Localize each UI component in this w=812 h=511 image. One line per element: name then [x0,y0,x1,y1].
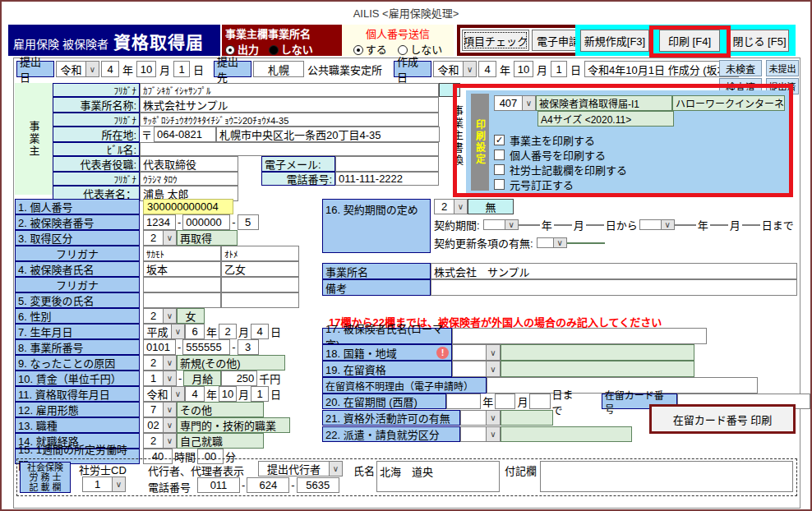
employer-rep-kana-input[interactable]: ｳﾗｼﾏ ﾀﾛｳ [140,172,238,186]
employer-name-kana-input[interactable]: ｶﾌﾞｼｷｶﾞｲｼｬｻﾝﾌﾟﾙ [140,83,439,97]
field16-to-month-input[interactable] [710,224,728,226]
field16-renew-combo[interactable]: ∨ [537,237,567,248]
field16-from-day-input[interactable] [586,224,604,226]
field7-year-input[interactable]: 6 [185,324,205,339]
created-note-field[interactable]: 令和4年10月1日 作成分 (坂本 乙女) [584,61,739,77]
sr-cd-combo[interactable]: 1∨ [82,476,126,492]
residence-card-print-button[interactable]: 在留カード番号 印刷 [649,404,796,434]
employer-email-input[interactable] [335,156,439,172]
print-employer-checkbox[interactable]: ✓ [494,135,505,145]
created-year-input[interactable]: 4 [478,61,496,77]
employer-name-input[interactable]: 株式会社サンプル [140,97,439,113]
field5-kana1-input[interactable] [143,277,221,292]
sr-tel3-input[interactable]: 5635 [297,477,339,493]
office-name-row-input[interactable]: 株式会社 サンプル [431,263,797,279]
field7-day-input[interactable]: 4 [251,324,269,339]
field22-text-field[interactable] [501,426,632,442]
print-form-size-field[interactable]: A4サイズ <2020.11> [537,111,674,127]
field21-combo[interactable]: ∨ [487,410,501,426]
created-era-combo[interactable]: 令和∨ [433,61,477,77]
field21-text-field[interactable] [501,410,553,426]
field16-code-combo[interactable]: 2∨ [434,199,468,214]
field19-text-field[interactable] [501,361,694,377]
field2-part1-input[interactable]: 1234 [143,214,176,230]
field2-part2-input[interactable]: 000000 [182,214,230,230]
field16-from-era-combo[interactable]: ∨ [483,219,519,230]
field3-text-field[interactable]: 再取得 [177,230,238,246]
field19-code-input[interactable] [452,361,487,377]
sr-tel2-input[interactable]: 624 [247,477,289,493]
field16-from-year-input[interactable] [519,224,540,226]
field13-code-combo[interactable]: 02∨ [143,417,177,433]
field11-era-combo[interactable]: 令和∨ [143,386,185,402]
field8-part1-input[interactable]: 0101 [143,339,176,355]
field10-amount-input[interactable]: 250 [221,371,257,386]
field11-day-input[interactable]: 1 [251,386,269,402]
field8-part3-input[interactable]: 3 [238,339,259,355]
field9-code-combo[interactable]: 2∨ [143,355,177,371]
field20-month-input[interactable] [495,394,515,409]
print-mynumber-checkbox[interactable] [494,150,505,160]
print-form-name-field[interactable]: 被保険者資格取得届-I1 [536,95,672,111]
field9-text-field[interactable]: 新規(その他) [177,355,285,371]
field13-text-field[interactable]: 専門的・技術的職業 [177,417,290,433]
field16-renew-field[interactable] [567,242,605,244]
field18-text-field[interactable] [501,344,694,361]
create-new-button[interactable]: 新規作成[F3] [580,30,649,52]
field16-to-day-input[interactable] [742,224,760,226]
field16-to-era-combo[interactable]: ∨ [639,219,675,230]
field4-name2-input[interactable]: 乙女 [221,261,299,277]
field16-to-year-input[interactable] [675,224,696,226]
employer-addr-input[interactable]: 札幌市中央区北一条西20丁目4-35 [216,127,440,142]
field11-year-input[interactable]: 4 [185,386,205,402]
employer-zip-input[interactable]: 064-0821 [154,127,216,142]
aux-small-field[interactable] [439,83,460,97]
field10-code-combo[interactable]: 1∨ [143,371,177,386]
close-button[interactable]: 閉じる [F5] [730,30,789,52]
submit-dest-input[interactable]: 札幌 [253,61,304,77]
field12-code-combo[interactable]: 7∨ [143,402,177,417]
field7-month-input[interactable]: 2 [219,324,237,339]
status-unchecked-button[interactable]: 未検査 [719,60,762,76]
created-day-input[interactable]: 1 [551,61,567,77]
sr-note-input[interactable] [540,461,793,492]
field3-code-combo[interactable]: 2∨ [143,230,177,246]
employer-addr-kana-input[interactable]: ｻｯﾎﾟﾛｼﾁｭｳｵｳｸｷﾀｲﾁｼﾞｮｳﾆｼ20ﾁｮｳﾒ4-35 [140,113,439,127]
sr-tel1-input[interactable]: 011 [197,477,240,493]
employer-role-input[interactable]: 代表取締役 [140,156,238,172]
field12-text-field[interactable]: その他 [177,402,264,417]
field4-kana2-input[interactable]: ｵﾄﾒ [221,246,299,261]
field19-combo[interactable]: ∨ [487,361,501,377]
field10-type-field[interactable]: 月給 [183,371,221,386]
office-nooutput-radio[interactable] [269,45,279,55]
field18-code-input[interactable] [452,344,487,361]
field1-mynumber-value[interactable]: 300000000004 [143,199,233,214]
submit-era-combo[interactable]: 令和∨ [56,61,99,77]
submit-year-input[interactable]: 4 [101,61,119,77]
field5-name2-input[interactable] [221,292,299,308]
field20-day-input[interactable] [529,394,550,409]
print-button[interactable]: 印刷 [F4] [659,30,720,52]
created-month-input[interactable]: 10 [514,61,533,77]
submit-month-input[interactable]: 10 [136,61,156,77]
field20-year-input[interactable] [446,394,481,409]
print-era-fix-checkbox[interactable] [494,179,505,190]
sr-rep-combo[interactable]: 提出代行者∨ [258,461,343,476]
field2-part3-input[interactable]: 5 [238,214,259,230]
field18-combo[interactable]: ∨ [487,344,501,361]
field21-code-input[interactable] [460,410,487,426]
field11-month-input[interactable]: 10 [219,386,237,402]
field22-code-input[interactable] [460,426,487,442]
field5-kana2-input[interactable] [221,277,299,292]
print-sr-column-checkbox[interactable] [494,164,505,175]
field6-code-combo[interactable]: 2∨ [143,308,177,324]
field14-code-combo[interactable]: 2∨ [143,433,177,449]
field22-combo[interactable]: ∨ [487,426,501,442]
field16-from-month-input[interactable] [554,224,572,226]
print-form-source-field[interactable]: ハローワークインターネットサ [672,95,785,111]
status-unsubmitted-button[interactable]: 未提出 [766,60,799,76]
field4-kana1-input[interactable]: ｻｶﾓﾄ [143,246,221,261]
submit-day-input[interactable]: 1 [173,61,190,77]
field6-text-field[interactable]: 女 [177,308,205,324]
field7-era-combo[interactable]: 平成∨ [143,324,185,339]
